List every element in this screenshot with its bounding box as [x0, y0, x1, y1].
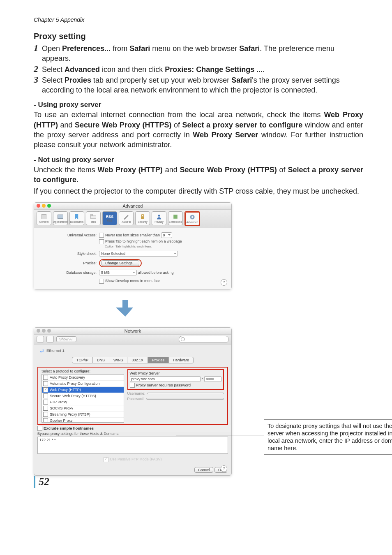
step-number: 3 — [34, 75, 42, 84]
requires-password-checkbox[interactable] — [130, 383, 135, 388]
cancel-button[interactable]: Cancel — [194, 467, 213, 473]
page-number-wrap: 52 — [34, 476, 49, 488]
change-settings-highlight: Change Settings... — [99, 259, 142, 267]
traffic-lights — [37, 329, 51, 333]
tab-advanced[interactable]: Advanced — [184, 211, 200, 226]
protocol-checkbox[interactable] — [43, 400, 48, 405]
not-using-proxy-subhead: - Not using proxy server — [34, 156, 363, 164]
protocol-item[interactable]: Secure Web Proxy (HTTPS) — [42, 393, 124, 399]
tab-dns[interactable]: DNS — [93, 357, 109, 363]
interface-name: Ethernet 1 — [46, 348, 65, 353]
nav-back-button[interactable] — [37, 336, 44, 342]
tab-extensions[interactable]: Extensions — [168, 211, 183, 225]
protocol-item[interactable]: Streaming Proxy (RTSP) — [42, 412, 124, 418]
tab-8021x[interactable]: 802.1X — [127, 357, 148, 363]
style-sheet-label: Style sheet: — [39, 252, 99, 256]
network-proxies-window: Network Show All ⇄ Ethernet 1 TCP/IP DNS… — [34, 327, 232, 476]
minimize-dot-icon[interactable] — [42, 329, 46, 333]
bypass-textarea[interactable]: 172.21.*.* — [37, 437, 228, 454]
protocol-checkbox[interactable] — [43, 375, 48, 380]
zoom-dot-icon[interactable] — [47, 329, 51, 333]
proxy-config-highlight: Select a protocol to configure: Auto Pro… — [37, 367, 228, 425]
step-1: 1 Open Preferences... from Safari menu o… — [34, 44, 363, 64]
not-using-proxy-para-a: Uncheck the items Web Proxy (HTTP) and S… — [34, 165, 363, 185]
web-proxy-server-header: Web Proxy Server — [130, 371, 221, 375]
tab-hardware[interactable]: Hardware — [169, 357, 194, 363]
svg-rect-3 — [91, 214, 93, 215]
not-using-proxy-para-b: If you connect the projector to the comp… — [34, 186, 363, 196]
step-number: 1 — [34, 44, 42, 53]
tab-security[interactable]: Security — [135, 211, 150, 225]
callout-note: To designate proxy settings that will no… — [264, 419, 392, 455]
ethernet-icon: ⇄ — [40, 348, 44, 354]
proxy-host-input[interactable]: proxy.xxx.com — [130, 376, 201, 382]
tab-bookmarks[interactable]: Bookmarks — [69, 211, 84, 225]
window-titlebar: Advanced — [34, 203, 231, 210]
arrow-down-icon — [116, 300, 135, 317]
password-input[interactable] — [146, 398, 224, 400]
protocol-item[interactable]: Auto Proxy Discovery — [42, 375, 124, 381]
exclude-simple-checkbox[interactable] — [37, 426, 42, 431]
protocol-checkbox[interactable] — [43, 418, 48, 423]
using-proxy-subhead: - Using proxy server — [34, 101, 363, 109]
database-storage-select[interactable]: 5 MB — [99, 270, 137, 275]
step-2: 2 Select Advanced icon and then click Pr… — [34, 65, 363, 74]
protocol-item[interactable]: ✓Web Proxy (HTTP) — [42, 387, 124, 393]
tab-general[interactable]: General — [37, 211, 51, 225]
protocol-select-header: Select a protocol to configure: — [42, 369, 124, 373]
proxy-setting-heading: Proxy setting — [34, 32, 363, 41]
network-tabs: TCP/IP DNS WINS 802.1X Proxies Hardware — [34, 357, 231, 363]
never-use-font-checkbox[interactable] — [99, 233, 104, 238]
style-sheet-select[interactable]: None Selected — [99, 251, 178, 257]
close-dot-icon[interactable] — [37, 204, 40, 208]
step-number: 2 — [34, 65, 42, 74]
nav-fwd-button[interactable] — [46, 336, 54, 342]
help-button[interactable]: ? — [221, 279, 227, 286]
font-size-select[interactable]: 9 — [161, 232, 172, 238]
protocol-item[interactable]: SOCKS Proxy — [42, 405, 124, 412]
change-settings-button[interactable]: Change Settings... — [101, 260, 139, 266]
svg-rect-4 — [141, 216, 144, 219]
protocol-checkbox[interactable] — [43, 406, 48, 411]
protocol-checkbox[interactable] — [43, 381, 48, 386]
show-all-button[interactable]: Show All — [56, 336, 76, 342]
protocol-item[interactable]: FTP Proxy — [42, 399, 124, 405]
passive-ftp-checkbox[interactable]: ✓ — [104, 457, 108, 462]
press-tab-checkbox[interactable] — [99, 239, 104, 244]
protocol-checkbox[interactable] — [43, 393, 48, 398]
traffic-lights — [37, 204, 51, 208]
safari-advanced-window: Advanced General Appearance Bookmarks Ta… — [34, 202, 232, 289]
passive-ftp-row: ✓Use Passive FTP Mode (PASV) — [34, 456, 231, 465]
exclude-simple-label: Exclude simple hostnames — [44, 426, 94, 430]
tab-appearance[interactable]: Appearance — [53, 211, 68, 225]
window-title: Advanced — [123, 204, 143, 208]
username-input[interactable] — [147, 393, 224, 394]
username-label: Username: — [127, 391, 145, 395]
tab-autofill[interactable]: AutoFill — [119, 211, 134, 225]
universal-access-label: Universal Access: — [39, 233, 99, 237]
svg-rect-6 — [173, 215, 178, 219]
tab-tcpip[interactable]: TCP/IP — [72, 357, 93, 363]
protocol-checkbox[interactable]: ✓ — [43, 387, 48, 392]
protocol-item[interactable]: Gopher Proxy — [42, 418, 124, 423]
callout-line — [176, 435, 264, 435]
protocol-item[interactable]: Automatic Proxy Configuration — [42, 381, 124, 387]
zoom-dot-icon[interactable] — [47, 204, 51, 208]
prefs-toolbar: General Appearance Bookmarks Tabs RSSRSS… — [34, 210, 231, 228]
show-develop-checkbox[interactable] — [99, 279, 104, 284]
tab-proxies[interactable]: Proxies — [148, 357, 169, 363]
using-proxy-para: To use an external internet connection f… — [34, 110, 363, 150]
close-dot-icon[interactable] — [37, 329, 40, 333]
search-input[interactable] — [179, 336, 229, 343]
tab-privacy[interactable]: Privacy — [152, 211, 166, 225]
proxy-port-input[interactable]: 8080 — [204, 376, 221, 382]
protocol-checkbox[interactable] — [43, 412, 48, 417]
step-3: 3 Select Proxies tab and properly set up… — [34, 75, 363, 95]
page-number: 52 — [39, 476, 49, 488]
tab-rss[interactable]: RSSRSS — [102, 211, 117, 225]
tab-wins[interactable]: WINS — [109, 357, 128, 363]
password-label: Password: — [127, 397, 145, 401]
minimize-dot-icon[interactable] — [42, 204, 46, 208]
help-button[interactable]: ? — [221, 465, 227, 472]
tab-tabs[interactable]: Tabs — [86, 211, 101, 225]
